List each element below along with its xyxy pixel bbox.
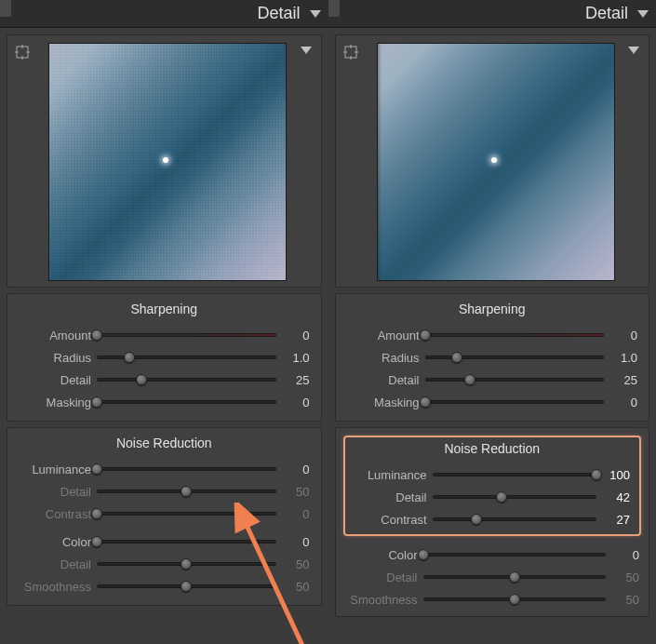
noise-contrast-slider[interactable] xyxy=(433,512,597,527)
slider-label: Luminance xyxy=(17,463,95,476)
slider-value[interactable]: 50 xyxy=(608,570,641,584)
preview-menu-icon[interactable] xyxy=(301,47,312,54)
noise-color-row: Color 0 xyxy=(343,543,642,566)
noise-detail-row: Detail 50 xyxy=(17,480,312,503)
slider-label: Detail xyxy=(17,373,95,387)
star-icon xyxy=(163,157,168,163)
slider-value[interactable]: 0 xyxy=(278,329,312,342)
preview-section xyxy=(7,34,322,288)
noise-luminance-slider[interactable] xyxy=(433,467,597,482)
slider-value[interactable]: 0 xyxy=(278,507,312,521)
slider-label: Detail xyxy=(345,373,423,387)
slider-label: Color xyxy=(343,548,422,562)
slider-label: Detail xyxy=(353,490,431,504)
noise-section: Noise Reduction Luminance 0 Detail 50 Co… xyxy=(7,427,322,606)
detail-preview[interactable] xyxy=(377,43,615,281)
noise-colordetail-slider[interactable] xyxy=(423,570,607,584)
noise-smoothness-row: Smoothness 50 xyxy=(17,575,312,597)
sharpening-section: Sharpening Amount 0 Radius 1.0 Detail 25… xyxy=(7,293,322,422)
noise-luminance-slider[interactable] xyxy=(97,462,276,476)
slider-value[interactable]: 50 xyxy=(278,485,312,499)
collapse-icon[interactable] xyxy=(310,10,321,18)
slider-value[interactable]: 0 xyxy=(606,329,639,342)
preview-section xyxy=(335,34,650,288)
noise-luminance-row: Luminance 0 xyxy=(17,458,312,480)
slider-value[interactable]: 0 xyxy=(278,535,312,549)
noise-detail-slider[interactable] xyxy=(433,490,597,504)
slider-value[interactable]: 0 xyxy=(608,548,641,562)
slider-value[interactable]: 1.0 xyxy=(606,351,639,365)
noise-contrast-row: Contrast 27 xyxy=(353,508,633,530)
sharpening-detail-slider[interactable] xyxy=(97,372,276,387)
panel-title: Detail xyxy=(585,4,628,23)
noise-color-slider[interactable] xyxy=(423,547,607,562)
slider-label: Masking xyxy=(345,396,423,409)
slider-value[interactable]: 0 xyxy=(278,463,312,476)
slider-label: Radius xyxy=(17,351,95,365)
panel-body: Sharpening Amount 0 Radius 1.0 Detail 25… xyxy=(328,28,657,644)
detail-preview[interactable] xyxy=(48,43,287,281)
slider-label: Detail xyxy=(17,485,95,499)
section-title: Sharpening xyxy=(17,302,312,316)
sharpening-detail-row: Detail 25 xyxy=(17,369,312,391)
star-icon xyxy=(491,157,497,163)
slider-value[interactable]: 50 xyxy=(608,593,641,607)
slider-label: Contrast xyxy=(353,513,431,527)
noise-contrast-row: Contrast 0 xyxy=(17,503,312,525)
noise-color-slider[interactable] xyxy=(97,534,276,549)
sharpening-masking-slider[interactable] xyxy=(425,395,605,409)
target-picker-icon[interactable] xyxy=(343,45,358,60)
noise-color-row: Color 0 xyxy=(17,530,312,553)
slider-label: Masking xyxy=(17,396,95,409)
preview-menu-icon[interactable] xyxy=(628,47,639,54)
noise-smoothness-slider[interactable] xyxy=(97,579,276,594)
noise-colordetail-row: Detail 50 xyxy=(17,553,312,575)
slider-label: Contrast xyxy=(17,507,95,521)
sharpening-radius-slider[interactable] xyxy=(97,350,276,365)
slider-value[interactable]: 100 xyxy=(598,468,632,482)
detail-panel-left: Detail Sharpening Amount 0 Radius 1.0 xyxy=(0,0,328,644)
noise-smoothness-row: Smoothness 50 xyxy=(343,588,642,610)
slider-label: Luminance xyxy=(353,468,431,482)
noise-section: Noise Reduction Luminance 100 Detail 42 … xyxy=(335,427,650,617)
noise-contrast-slider[interactable] xyxy=(97,506,276,521)
sharpening-amount-row: Amount 0 xyxy=(345,324,640,346)
section-title: Noise Reduction xyxy=(17,436,312,450)
slider-value[interactable]: 50 xyxy=(278,557,312,571)
detail-panel-right: Detail Sharpening Amount 0 Radius 1.0 xyxy=(328,0,657,644)
sharpening-section: Sharpening Amount 0 Radius 1.0 Detail 25… xyxy=(335,293,650,422)
target-picker-icon[interactable] xyxy=(15,45,30,60)
slider-value[interactable]: 27 xyxy=(598,513,632,527)
collapse-icon[interactable] xyxy=(637,10,649,18)
sharpening-radius-row: Radius 1.0 xyxy=(17,346,312,369)
section-title: Noise Reduction xyxy=(353,441,633,456)
sharpening-detail-row: Detail 25 xyxy=(345,369,640,391)
slider-value[interactable]: 50 xyxy=(278,580,312,594)
slider-value[interactable]: 0 xyxy=(278,396,312,409)
sharpening-detail-slider[interactable] xyxy=(425,372,605,387)
sharpening-radius-slider xyxy=(425,350,605,365)
slider-label: Smoothness xyxy=(343,593,422,607)
slider-value[interactable]: 42 xyxy=(598,490,632,504)
noise-colordetail-row: Detail 50 xyxy=(343,566,642,588)
sharpening-amount-slider[interactable] xyxy=(97,328,276,342)
slider-label: Radius xyxy=(345,351,423,365)
noise-detail-slider[interactable] xyxy=(97,484,276,499)
slider-label: Smoothness xyxy=(17,580,95,594)
noise-detail-row: Detail 42 xyxy=(353,486,633,508)
slider-label: Amount xyxy=(345,329,423,342)
slider-value[interactable]: 0 xyxy=(606,396,639,409)
panel-header[interactable]: Detail xyxy=(0,0,328,28)
panel-switch-icon[interactable] xyxy=(0,0,11,17)
panel-header[interactable]: Detail xyxy=(328,0,657,28)
sharpening-amount-slider[interactable] xyxy=(425,328,605,342)
panel-switch-icon[interactable] xyxy=(328,0,340,17)
panel-body: Sharpening Amount 0 Radius 1.0 Detail 25… xyxy=(0,28,328,644)
noise-smoothness-slider[interactable] xyxy=(423,592,607,607)
slider-value[interactable]: 25 xyxy=(278,373,312,387)
sharpening-masking-slider[interactable] xyxy=(97,395,276,409)
slider-value[interactable]: 1.0 xyxy=(278,351,312,365)
slider-value[interactable]: 25 xyxy=(606,373,639,387)
slider-label: Amount xyxy=(17,329,95,342)
noise-colordetail-slider[interactable] xyxy=(97,557,276,571)
